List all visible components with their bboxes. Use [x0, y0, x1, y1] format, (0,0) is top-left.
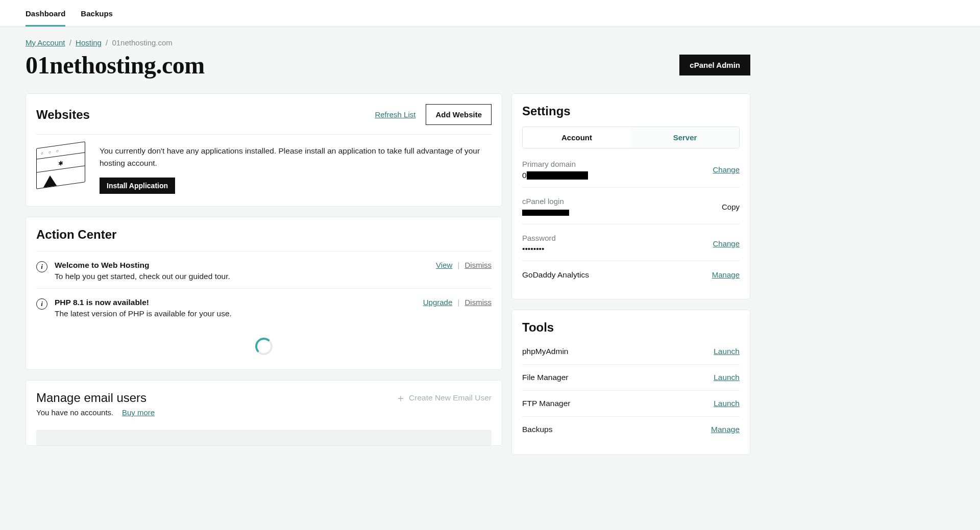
action-item: i Welcome to Web Hosting To help you get…: [36, 251, 492, 288]
install-application-button[interactable]: Install Application: [100, 178, 175, 194]
plus-icon: ＋: [396, 393, 406, 403]
tool-launch-link[interactable]: Launch: [714, 399, 740, 408]
tab-dashboard[interactable]: Dashboard: [26, 0, 65, 27]
email-no-accounts: You have no accounts.: [36, 408, 113, 417]
tab-backups[interactable]: Backups: [81, 0, 113, 27]
breadcrumb-my-account[interactable]: My Account: [26, 38, 65, 47]
cpanel-admin-button[interactable]: cPanel Admin: [679, 55, 750, 75]
breadcrumb-hosting[interactable]: Hosting: [76, 38, 102, 47]
action-center-heading: Action Center: [36, 228, 492, 242]
action-view-link[interactable]: View: [436, 261, 452, 269]
action-item-title: Welcome to Web Hosting: [55, 261, 436, 270]
analytics-label: GoDaddy Analytics: [522, 270, 589, 280]
tools-card: Tools phpMyAdmin Launch File Manager Lau…: [511, 310, 750, 455]
change-password-link[interactable]: Change: [713, 239, 740, 248]
websites-heading: Websites: [36, 108, 90, 122]
redacted-value: [527, 171, 588, 180]
tool-launch-link[interactable]: Launch: [714, 347, 740, 356]
create-email-user-button[interactable]: ＋ Create New Email User: [396, 393, 492, 403]
loading-spinner-icon: [255, 338, 273, 355]
tool-launch-link[interactable]: Launch: [714, 373, 740, 382]
tool-name: File Manager: [522, 373, 568, 382]
action-center-card: Action Center i Welcome to Web Hosting T…: [26, 217, 502, 370]
action-item-desc: The latest version of PHP is available f…: [55, 309, 423, 318]
tool-name: FTP Manager: [522, 399, 570, 408]
refresh-list-link[interactable]: Refresh List: [375, 110, 415, 119]
manage-analytics-link[interactable]: Manage: [712, 270, 740, 279]
action-dismiss-link[interactable]: Dismiss: [465, 261, 492, 269]
tool-manage-link[interactable]: Manage: [711, 425, 740, 434]
info-icon: i: [36, 298, 47, 310]
action-item-desc: To help you get started, check out our g…: [55, 272, 436, 281]
breadcrumb: My Account / Hosting / 01nethosting.com: [26, 38, 750, 47]
email-table-placeholder: [36, 430, 492, 445]
tool-name: phpMyAdmin: [522, 347, 568, 356]
add-website-button[interactable]: Add Website: [426, 104, 492, 125]
email-heading: Manage email users: [36, 391, 146, 405]
email-users-card: Manage email users ＋ Create New Email Us…: [26, 380, 502, 446]
breadcrumb-current: 01nethosting.com: [112, 38, 172, 47]
change-domain-link[interactable]: Change: [713, 165, 740, 174]
page-title: 01nethosting.com: [26, 51, 205, 79]
password-masked: ••••••••: [522, 244, 556, 254]
websites-empty-message: You currently don't have any application…: [100, 145, 492, 169]
websites-card: Websites Refresh List Add Website ○ ○ ○ …: [26, 93, 502, 207]
settings-heading: Settings: [522, 104, 740, 118]
tools-heading: Tools: [522, 320, 740, 335]
redacted-value: [522, 210, 569, 216]
top-tabs: Dashboard Backups: [0, 0, 980, 27]
settings-card: Settings Account Server Primary domain 0…: [511, 93, 750, 299]
cpanel-login-label: cPanel login: [522, 197, 569, 206]
password-label: Password: [522, 234, 556, 242]
primary-domain-label: Primary domain: [522, 160, 588, 168]
tool-name: Backups: [522, 425, 552, 434]
settings-tab-server[interactable]: Server: [631, 127, 739, 148]
action-upgrade-link[interactable]: Upgrade: [423, 298, 453, 307]
settings-tab-account[interactable]: Account: [523, 127, 631, 148]
info-icon: i: [36, 261, 47, 272]
action-dismiss-link[interactable]: Dismiss: [465, 298, 492, 307]
copy-login-link[interactable]: Copy: [722, 203, 740, 211]
action-item-title: PHP 8.1 is now available!: [55, 298, 423, 307]
buy-more-link[interactable]: Buy more: [122, 408, 155, 417]
empty-state-illustration: ○ ○ ○ ✱: [36, 141, 85, 189]
action-item: i PHP 8.1 is now available! The latest v…: [36, 288, 492, 325]
